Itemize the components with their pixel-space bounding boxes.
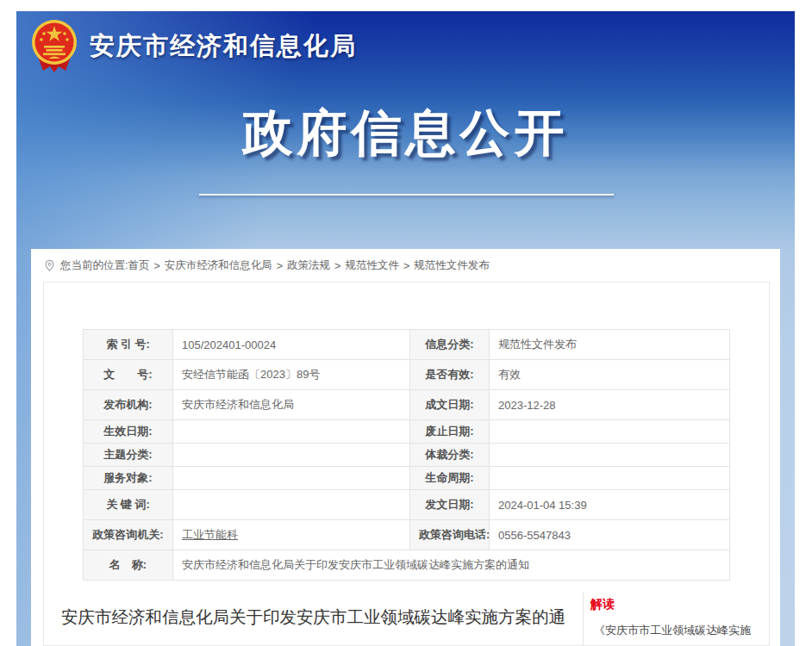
- meta-value-consult-dept: 工业节能科: [173, 520, 410, 550]
- meta-value: [173, 467, 410, 490]
- location-pin-icon: [44, 259, 55, 272]
- meta-value-doc-name: 安庆市经济和信息化局关于印发安庆市工业领域碳达峰实施方案的通知: [173, 550, 730, 581]
- meta-value: [173, 420, 410, 444]
- interpretation-heading: 解读: [590, 597, 760, 612]
- meta-value: [490, 444, 730, 467]
- table-row: 政策咨询机关: 工业节能科 政策咨询电话: 0556-5547843: [84, 520, 730, 550]
- meta-label: 体裁分类:: [410, 444, 490, 467]
- meta-value: 105/202401-00024: [173, 330, 410, 360]
- table-row: 发布机构: 安庆市经济和信息化局 成文日期: 2023-12-28: [84, 390, 730, 420]
- interpretation-link[interactable]: 《安庆市市工业领域碳达峰实施方案》解读: [590, 620, 760, 646]
- table-row: 关 键 词: 发文日期: 2024-01-04 15:39: [84, 490, 730, 520]
- breadcrumb-prefix: 您当前的位置:: [60, 258, 128, 273]
- breadcrumb-separator: >: [153, 260, 159, 272]
- meta-label: 发布机构:: [84, 390, 173, 420]
- consult-dept-link[interactable]: 工业节能科: [182, 528, 238, 541]
- meta-label: 信息分类:: [410, 330, 490, 360]
- breadcrumb-separator: >: [277, 260, 283, 272]
- meta-label: 成文日期:: [410, 390, 490, 420]
- breadcrumb-separator: >: [334, 260, 340, 272]
- meta-value: [490, 467, 730, 490]
- meta-value: 安经信节能函〔2023〕89号: [173, 360, 410, 390]
- article-bottom: 安庆市经济和信息化局关于印发安庆市工业领域碳达峰实施方案的通知 解读 《安庆市市…: [44, 592, 769, 646]
- meta-label: 索 引 号:: [84, 330, 173, 360]
- meta-value: 有效: [490, 360, 730, 390]
- meta-value: 2024-01-04 15:39: [490, 490, 730, 520]
- table-row: 名 称: 安庆市经济和信息化局关于印发安庆市工业领域碳达峰实施方案的通知: [84, 550, 730, 581]
- table-row: 生效日期: 废止日期:: [84, 420, 730, 444]
- breadcrumb-item-normative-docs[interactable]: 规范性文件: [345, 258, 399, 273]
- table-row: 服务对象: 生命周期:: [84, 467, 730, 490]
- meta-label: 政策咨询电话:: [410, 520, 490, 550]
- table-row: 主题分类: 体裁分类:: [84, 444, 730, 467]
- meta-value: 规范性文件发布: [490, 330, 730, 360]
- meta-value: [173, 490, 410, 520]
- breadcrumb-separator: >: [403, 260, 409, 272]
- meta-value: 2023-12-28: [490, 390, 730, 420]
- breadcrumb-item-bureau[interactable]: 安庆市经济和信息化局: [165, 258, 272, 273]
- meta-label: 生命周期:: [410, 467, 490, 490]
- meta-label: 生效日期:: [84, 420, 173, 444]
- meta-label: 废止日期:: [410, 420, 490, 444]
- page-title: 政府信息公开: [16, 100, 795, 167]
- site-name[interactable]: 安庆市经济和信息化局: [90, 29, 357, 64]
- table-row: 文 号: 安经信节能函〔2023〕89号 是否有效: 有效: [84, 360, 730, 390]
- document-meta-table: 索 引 号: 105/202401-00024 信息分类: 规范性文件发布 文 …: [83, 329, 730, 581]
- article-card: 索 引 号: 105/202401-00024 信息分类: 规范性文件发布 文 …: [43, 282, 770, 646]
- national-emblem-icon: [31, 19, 78, 74]
- article-title-section: 安庆市经济和信息化局关于印发安庆市工业领域碳达峰实施方案的通知: [44, 592, 584, 646]
- content-panel: 您当前的位置: 首页 > 安庆市经济和信息化局 > 政策法规 > 规范性文件 >…: [31, 249, 780, 646]
- meta-label: 主题分类:: [84, 444, 173, 467]
- breadcrumb: 您当前的位置: 首页 > 安庆市经济和信息化局 > 政策法规 > 规范性文件 >…: [31, 249, 780, 281]
- interpretation-sidebar: 解读 《安庆市市工业领域碳达峰实施方案》解读: [584, 592, 769, 646]
- page: 安庆市经济和信息化局 政府信息公开 您当前的位置: 首页 > 安庆市经济和信息化…: [0, 0, 812, 646]
- meta-label: 关 键 词:: [84, 490, 173, 520]
- article-title: 安庆市经济和信息化局关于印发安庆市工业领域碳达峰实施方案的通知: [56, 599, 571, 646]
- meta-label: 是否有效:: [410, 360, 490, 390]
- meta-value: [490, 420, 730, 444]
- meta-label: 文 号:: [84, 360, 173, 390]
- meta-value: 安庆市经济和信息化局: [173, 390, 410, 420]
- meta-value: [173, 444, 410, 467]
- breadcrumb-item-current[interactable]: 规范性文件发布: [414, 258, 490, 273]
- title-underline: [199, 194, 614, 196]
- meta-label: 政策咨询机关:: [84, 520, 173, 550]
- meta-label: 服务对象:: [84, 467, 173, 490]
- table-row: 索 引 号: 105/202401-00024 信息分类: 规范性文件发布: [84, 330, 730, 360]
- site-header: 安庆市经济和信息化局: [31, 19, 357, 74]
- meta-label: 名 称:: [84, 550, 173, 581]
- breadcrumb-item-home[interactable]: 首页: [128, 258, 149, 273]
- breadcrumb-item-policy[interactable]: 政策法规: [287, 258, 330, 273]
- meta-label: 发文日期:: [410, 490, 490, 520]
- meta-value: 0556-5547843: [490, 520, 730, 550]
